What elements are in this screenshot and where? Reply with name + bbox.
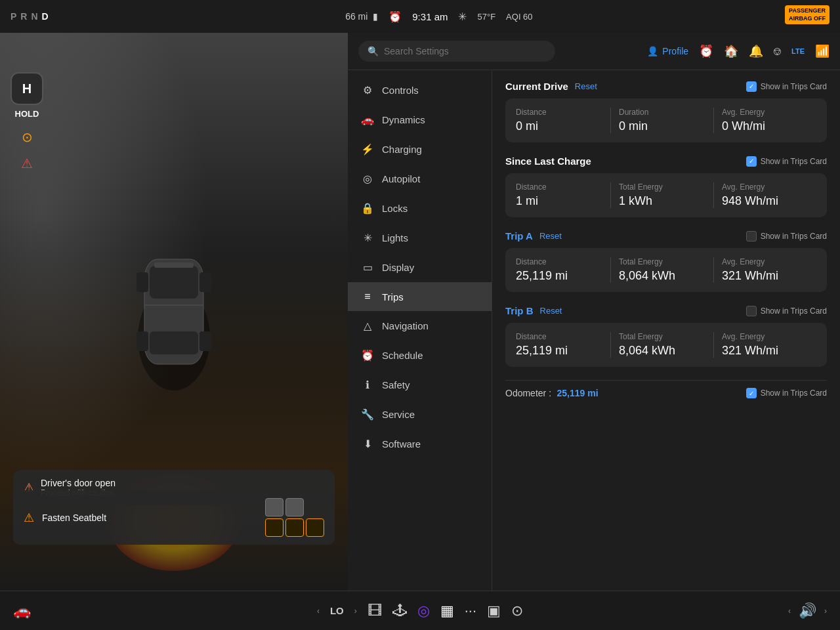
seat-rc bbox=[285, 518, 304, 537]
more-icon[interactable]: ··· bbox=[465, 602, 476, 620]
trip-b-title: Trip B bbox=[505, 305, 534, 316]
current-drive-distance-cell: Distance 0 mi bbox=[516, 108, 611, 133]
current-drive-checkbox[interactable] bbox=[746, 81, 757, 92]
sidebar-item-locks[interactable]: 🔒 Locks bbox=[348, 194, 492, 223]
card-icon[interactable]: ▣ bbox=[487, 602, 501, 620]
sidebar-item-schedule[interactable]: ⏰ Schedule bbox=[348, 341, 492, 370]
since-last-charge-avg-cell: Avg. Energy 948 Wh/mi bbox=[714, 182, 816, 208]
airbag-badge: PASSENGERAIRBAG OFF bbox=[785, 5, 830, 24]
status-bar: P R N D 66 mi ▮ ⏰ 9:31 am ✳ 57°F AQI 60 … bbox=[0, 0, 840, 33]
trip-a-reset[interactable]: Reset bbox=[539, 231, 562, 241]
trips-icon: ≡ bbox=[361, 291, 374, 303]
odometer-show-trips[interactable]: Show in Trips Card bbox=[746, 388, 827, 398]
joystick-icon[interactable]: 🕹 bbox=[392, 602, 407, 620]
volume-icon[interactable]: 🔊 bbox=[799, 602, 816, 620]
filmstrip-icon[interactable]: 🎞 bbox=[368, 602, 382, 620]
trip-b-checkbox[interactable] bbox=[746, 306, 757, 316]
odometer-value: 25,119 mi bbox=[556, 388, 598, 398]
odometer-checkbox[interactable] bbox=[746, 388, 757, 398]
current-drive-energy-cell: Avg. Energy 0 Wh/mi bbox=[714, 108, 816, 133]
sidebar-item-service[interactable]: 🔧 Service bbox=[348, 400, 492, 429]
main-screen: P R N D 66 mi ▮ ⏰ 9:31 am ✳ 57°F AQI 60 … bbox=[0, 0, 840, 630]
trip-b-title-group: Trip B Reset bbox=[505, 305, 562, 316]
trips-content: Current Drive Reset Show in Trips Card D… bbox=[492, 70, 840, 591]
fan-left-chevron[interactable]: ‹ bbox=[317, 606, 320, 616]
since-last-charge-avg-label: Avg. Energy bbox=[722, 182, 808, 192]
quick-access-bar: 👤 Profile ⏰ 🏠 🔔 ⎊ LTE 📶 bbox=[647, 44, 830, 58]
search-input[interactable] bbox=[384, 46, 546, 56]
fan-right-chevron[interactable]: › bbox=[354, 606, 357, 616]
sidebar-label-charging: Charging bbox=[382, 144, 422, 155]
trip-a-energy-cell: Total Energy 8,064 kWh bbox=[611, 257, 714, 283]
status-left: P R N D bbox=[10, 11, 49, 22]
odometer-show-label: Show in Trips Card bbox=[761, 388, 827, 398]
trip-b-show-trips[interactable]: Show in Trips Card bbox=[746, 306, 827, 316]
trip-a-distance-cell: Distance 25,119 mi bbox=[516, 257, 611, 283]
profile-button[interactable]: 👤 Profile bbox=[647, 46, 688, 56]
notification-icon[interactable]: 🔔 bbox=[749, 44, 763, 58]
fan-speed-display: LO bbox=[330, 605, 344, 616]
current-drive-section: Current Drive Reset Show in Trips Card D… bbox=[505, 81, 827, 142]
sidebar-item-autopilot[interactable]: ◎ Autopilot bbox=[348, 164, 492, 194]
sidebar-item-safety[interactable]: ℹ Safety bbox=[348, 370, 492, 400]
current-drive-reset[interactable]: Reset bbox=[575, 81, 597, 91]
trip-a-energy-label: Total Energy bbox=[619, 257, 705, 266]
current-drive-show-trips[interactable]: Show in Trips Card bbox=[746, 81, 827, 92]
sidebar-item-dynamics[interactable]: 🚗 Dynamics bbox=[348, 105, 492, 135]
svg-rect-6 bbox=[200, 272, 211, 292]
volume-left-chevron[interactable]: ‹ bbox=[788, 606, 791, 616]
camera-icon[interactable]: ⊙ bbox=[511, 602, 523, 620]
sidebar-item-controls[interactable]: ⚙ Controls bbox=[348, 75, 492, 105]
software-icon: ⬇ bbox=[361, 438, 374, 450]
seat-fr bbox=[285, 498, 304, 516]
bottom-left: 🚗 bbox=[13, 602, 31, 620]
app1-icon[interactable]: ▦ bbox=[440, 602, 454, 620]
odometer-row: Odometer : 25,119 mi Show in Trips Card bbox=[505, 380, 827, 406]
trip-b-header: Trip B Reset Show in Trips Card bbox=[505, 305, 827, 316]
bottom-bar: 🚗 ‹ LO › 🎞 🕹 ◎ ▦ ··· ▣ ⊙ ‹ 🔊 › bbox=[0, 591, 840, 630]
sidebar-item-trips[interactable]: ≡ Trips bbox=[348, 282, 492, 311]
trip-a-title: Trip A bbox=[505, 230, 533, 242]
sidebar-item-lights[interactable]: ✳ Lights bbox=[348, 223, 492, 253]
trip-a-avg-cell: Avg. Energy 321 Wh/mi bbox=[714, 257, 816, 283]
garage-icon[interactable]: 🏠 bbox=[724, 44, 738, 58]
volume-right-chevron[interactable]: › bbox=[824, 606, 827, 616]
display-icon: ▭ bbox=[361, 261, 374, 274]
trip-a-checkbox[interactable] bbox=[746, 231, 757, 242]
search-icon: 🔍 bbox=[368, 46, 379, 56]
since-last-charge-title-group: Since Last Charge bbox=[505, 156, 591, 167]
seat-rl bbox=[265, 518, 284, 537]
sidebar-label-controls: Controls bbox=[382, 85, 419, 96]
sidebar-item-charging[interactable]: ⚡ Charging bbox=[348, 135, 492, 164]
trip-b-energy-label: Total Energy bbox=[619, 332, 705, 341]
since-last-charge-avg-value: 948 Wh/mi bbox=[722, 194, 808, 208]
sidebar-item-display[interactable]: ▭ Display bbox=[348, 253, 492, 282]
current-drive-distance-value: 0 mi bbox=[516, 119, 602, 133]
settings-sidebar: ⚙ Controls 🚗 Dynamics ⚡ Charging ◎ Autop… bbox=[348, 70, 492, 591]
trip-a-card: Distance 25,119 mi Total Energy 8,064 kW… bbox=[505, 248, 827, 292]
music-icon[interactable]: ◎ bbox=[417, 602, 430, 620]
trip-a-avg-value: 321 Wh/mi bbox=[722, 269, 808, 283]
bluetooth-icon[interactable]: ⎊ bbox=[774, 45, 781, 58]
gear-r: R bbox=[20, 11, 27, 22]
fan-speed-value: LO bbox=[330, 605, 344, 616]
sidebar-label-schedule: Schedule bbox=[382, 350, 423, 361]
trip-a-distance-value: 25,119 mi bbox=[516, 269, 602, 283]
trip-b-reset[interactable]: Reset bbox=[540, 306, 562, 316]
alarm-icon[interactable]: ⏰ bbox=[699, 44, 713, 58]
seatbelt-icon: ⚠ bbox=[24, 511, 34, 525]
seatbelt-label: Fasten Seatbelt bbox=[42, 513, 106, 523]
sidebar-item-navigation[interactable]: △ Navigation bbox=[348, 311, 492, 341]
sidebar-item-software[interactable]: ⬇ Software bbox=[348, 429, 492, 459]
search-wrapper[interactable]: 🔍 bbox=[358, 41, 555, 62]
sidebar-label-navigation: Navigation bbox=[382, 320, 429, 331]
since-last-charge-checkbox[interactable] bbox=[746, 156, 757, 167]
trip-a-show-trips[interactable]: Show in Trips Card bbox=[746, 231, 827, 242]
settings-panel: 🔍 👤 Profile ⏰ 🏠 🔔 ⎊ LTE 📶 bbox=[348, 33, 840, 591]
trip-a-header: Trip A Reset Show in Trips Card bbox=[505, 230, 827, 242]
controls-icon: ⚙ bbox=[361, 84, 374, 96]
since-last-charge-show-trips[interactable]: Show in Trips Card bbox=[746, 156, 827, 167]
seat-fl bbox=[265, 498, 284, 516]
gear-p: P bbox=[10, 11, 16, 22]
car-status-icon[interactable]: 🚗 bbox=[13, 602, 31, 620]
